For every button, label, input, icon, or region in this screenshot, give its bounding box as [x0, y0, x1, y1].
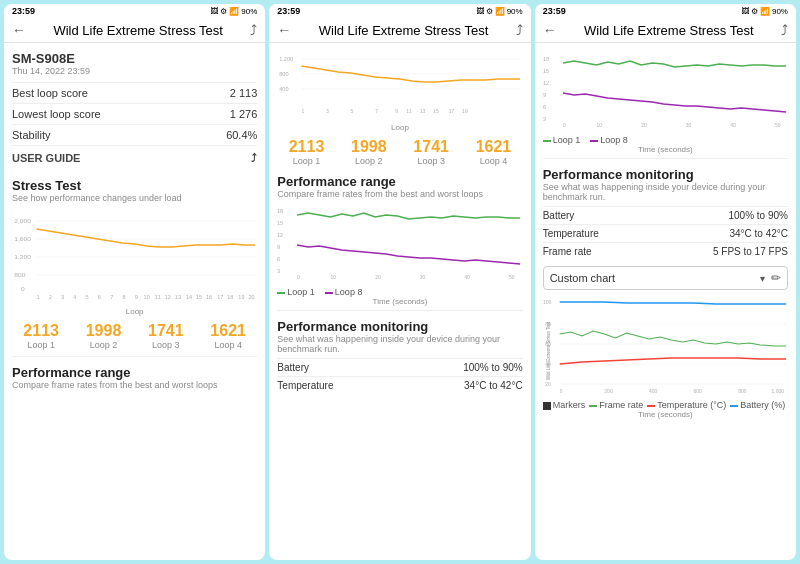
back-button-1[interactable]: ←	[12, 22, 26, 38]
custom-chart-row[interactable]: Custom chart ▾ ✏	[543, 266, 788, 290]
battery-text-3: 90%	[772, 7, 788, 16]
device-name-1: SM-S908E	[12, 51, 257, 66]
svg-text:800: 800	[738, 389, 747, 394]
settings-icon-small: ⚙	[220, 7, 227, 16]
panel2-top-chart-wrapper: 1,200 800 400 1 3 5 7 9 11 13 15 17 19	[277, 51, 522, 123]
p2-label-4: Loop 4	[464, 156, 522, 166]
x-axis-label-loop-1: Loop	[12, 307, 257, 316]
svg-text:20: 20	[248, 294, 254, 300]
svg-text:15: 15	[433, 109, 439, 114]
stat-best-loop: Best loop score 2 113	[12, 82, 257, 103]
svg-text:16: 16	[206, 294, 212, 300]
perf-range-chart-2-wrapper: 18 15 12 9 6 3 0 10 20 30 40 50	[277, 203, 522, 285]
perf-monitor-sub-3: See what was happening inside your devic…	[543, 182, 788, 202]
svg-text:6: 6	[543, 104, 546, 110]
svg-text:40: 40	[730, 123, 736, 128]
svg-text:1,000: 1,000	[771, 389, 784, 394]
p2-label-2: Loop 2	[340, 156, 398, 166]
monitor-battery-val-2: 100% to 90%	[463, 362, 523, 373]
p2-score-3: 1741	[402, 138, 460, 156]
svg-text:200: 200	[604, 389, 613, 394]
svg-text:2: 2	[49, 294, 52, 300]
dropdown-arrow-icon[interactable]: ▾	[760, 273, 765, 284]
battery-text: 90%	[241, 7, 257, 16]
stat-val-lowest: 1 276	[230, 108, 258, 120]
status-icons-2: 🖼 ⚙ 📶 90%	[476, 7, 523, 16]
perf-monitor-sub-2: See what was happening inside your devic…	[277, 334, 522, 354]
p2-loop-1: 2113 Loop 1	[277, 138, 335, 166]
monitor-temp-2: Temperature 34°C to 42°C	[277, 376, 522, 394]
svg-text:50: 50	[775, 123, 781, 128]
monitor-battery-label-2: Battery	[277, 362, 309, 373]
svg-text:15: 15	[277, 220, 283, 226]
perf-range-title-2: Performance range	[277, 174, 522, 189]
stress-test-chart-wrapper: 2,000 1,600 1,200 800 0 1 2 3 4 5 6 7	[12, 207, 257, 307]
svg-text:14: 14	[186, 294, 192, 300]
battery-text-2: 90%	[507, 7, 523, 16]
svg-text:1,600: 1,600	[14, 235, 31, 242]
legend-framerate: Frame rate	[589, 400, 643, 410]
svg-text:9: 9	[135, 294, 138, 300]
loop-scores-2: 2113 Loop 1 1998 Loop 2 1741 Loop 3 1621…	[277, 138, 522, 166]
stat-label-best: Best loop score	[12, 87, 88, 99]
back-button-2[interactable]: ←	[277, 22, 291, 38]
legend-temperature: Temperature (°C)	[647, 400, 726, 410]
svg-text:9: 9	[277, 244, 280, 250]
svg-text:9: 9	[396, 109, 399, 114]
legend-loop8-2: Loop 8	[325, 287, 363, 297]
svg-text:17: 17	[449, 109, 455, 114]
legend-markers: Markers	[543, 400, 586, 410]
svg-text:0: 0	[297, 275, 300, 280]
svg-text:13: 13	[175, 294, 181, 300]
bottom-legend-3: Markers Frame rate Temperature (°C) Batt…	[543, 400, 788, 410]
loop-label-4: Loop 4	[199, 340, 257, 350]
status-bar-2: 23:59 🖼 ⚙ 📶 90%	[269, 4, 530, 18]
stress-test-title: Stress Test	[12, 178, 257, 193]
share-button-3[interactable]: ⤴	[781, 22, 788, 38]
score-num-1: 2113	[12, 322, 70, 340]
perf-range-chart-3-wrapper: 18 15 12 9 6 3 0 10 20 30 40 50	[543, 51, 788, 133]
photo-icon-3: 🖼	[741, 7, 749, 16]
svg-text:10: 10	[596, 123, 602, 128]
monitor-temp-label-3: Temperature	[543, 228, 599, 239]
monitor-temp-3: Temperature 34°C to 42°C	[543, 224, 788, 242]
perf-monitor-title-3: Performance monitoring	[543, 167, 788, 182]
panel2-score-chart: 1,200 800 400 1 3 5 7 9 11 13 15 17 19	[277, 51, 522, 121]
monitor-battery-label-3: Battery	[543, 210, 575, 221]
svg-text:19: 19	[238, 294, 244, 300]
perf-range-chart-2: 18 15 12 9 6 3 0 10 20 30 40 50	[277, 203, 522, 283]
p2-score-4: 1621	[464, 138, 522, 156]
custom-chart-svg: 100 80 60 40 20 0 200 400	[543, 296, 788, 396]
svg-text:50: 50	[509, 275, 515, 280]
perf-range-sub-1: Compare frame rates from the best and wo…	[12, 380, 257, 390]
share-button-1[interactable]: ⤴	[250, 22, 257, 38]
share-button-2[interactable]: ⤴	[516, 22, 523, 38]
share-icon-small[interactable]: ⤴	[251, 152, 257, 164]
svg-text:5: 5	[351, 109, 354, 114]
settings-icon-2: ⚙	[486, 7, 493, 16]
chart-legend-3: Loop 1 Loop 8	[543, 135, 788, 145]
custom-chart-wrapper: 100 80 60 40 20 0 200 400	[543, 296, 788, 398]
user-guide-label[interactable]: USER GUIDE	[12, 152, 80, 164]
signal-icon-2: 📶	[495, 7, 505, 16]
loop-score-3: 1741 Loop 3	[137, 322, 195, 350]
svg-text:15: 15	[543, 68, 549, 74]
edit-icon[interactable]: ✏	[771, 271, 781, 285]
x-axis-time-3: Time (seconds)	[543, 145, 788, 154]
device-date-1: Thu 14, 2022 23:59	[12, 66, 257, 76]
back-button-3[interactable]: ←	[543, 22, 557, 38]
divider-1	[12, 356, 257, 357]
svg-text:3: 3	[277, 268, 280, 274]
monitor-framerate-val-3: 5 FPS to 17 FPS	[713, 246, 788, 257]
p2-loop-2: 1998 Loop 2	[340, 138, 398, 166]
divider-2	[277, 310, 522, 311]
time-2: 23:59	[277, 6, 300, 16]
svg-text:11: 11	[407, 109, 413, 114]
svg-text:4: 4	[73, 294, 76, 300]
svg-text:800: 800	[14, 271, 26, 278]
stat-lowest-loop: Lowest loop score 1 276	[12, 103, 257, 124]
svg-text:18: 18	[277, 208, 283, 214]
panel-1-content: SM-S908E Thu 14, 2022 23:59 Best loop sc…	[4, 43, 265, 560]
signal-icon: 📶	[229, 7, 239, 16]
monitor-temp-val-2: 34°C to 42°C	[464, 380, 523, 391]
